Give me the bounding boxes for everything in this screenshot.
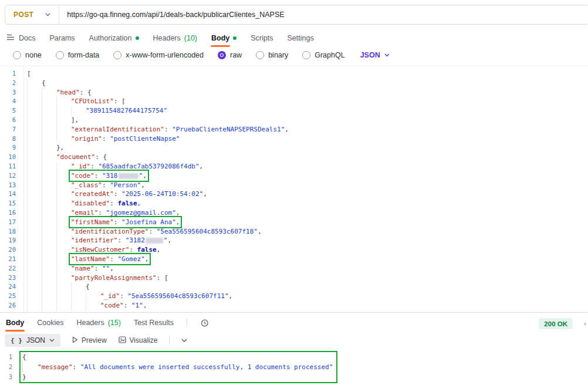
line-number: 11 (0, 162, 22, 171)
tab-label: Headers (76, 319, 104, 327)
code-line[interactable]: 18"identificationType": "5ea556595604c85… (0, 227, 588, 236)
token: "Gomez" (117, 255, 144, 263)
code-line[interactable]: 16"email": "jgomez@gmail.com", (0, 208, 588, 218)
code-line[interactable]: 2"message": "All documents were inserted… (0, 362, 588, 372)
indent-guide (27, 88, 42, 97)
code-line[interactable]: 14"createdAt": "2025-06-24T10:54:02", (0, 190, 588, 199)
token: : (164, 126, 172, 133)
code-line[interactable]: 22"name": "", (0, 264, 588, 273)
code-line[interactable]: 15"disabled": false, (0, 199, 588, 208)
line-content: { (22, 79, 46, 88)
radio-binary[interactable]: binary (256, 51, 288, 59)
line-content: "createdAt": "2025-06-24T10:54:02", (22, 190, 207, 199)
token: , (157, 246, 161, 254)
url-input[interactable]: https://go-qa.finneg.com/api/1/deals-bac… (59, 11, 284, 19)
indent-guide (42, 301, 56, 310)
code-line[interactable]: 11"_id": "685aadfac7ab53792086f4db", (0, 162, 588, 171)
line-number: 25 (0, 292, 22, 301)
radio-form-data[interactable]: form-data (56, 51, 100, 59)
token: , (145, 255, 149, 263)
code-line[interactable]: 3"head": { (0, 88, 588, 97)
code-line[interactable]: 26"code": "1", (0, 301, 588, 310)
history-icon[interactable] (200, 319, 209, 327)
response-body-viewer[interactable]: 1{2"message": "All documents were insert… (0, 349, 588, 392)
indent-guide (56, 273, 71, 283)
code-line[interactable]: 5"3891154827644175754" (0, 106, 588, 116)
response-tab-test-results[interactable]: Test Results (134, 319, 174, 327)
code-line[interactable]: 20"isNewCustomer": false, (0, 245, 588, 255)
tab-docs[interactable]: Docs (7, 34, 35, 42)
indent-guide (71, 282, 86, 292)
token: , (285, 126, 289, 133)
code-line[interactable]: 10"document": { (0, 153, 588, 162)
chevron-down-icon[interactable] (181, 339, 187, 342)
indent-guide (27, 79, 42, 88)
code-line[interactable]: 25"_id": "5ea556595604c8593c607f11", (0, 292, 588, 301)
code-line[interactable]: 12"code": "318", (0, 171, 588, 181)
token: "document" (56, 153, 95, 161)
tab-headers[interactable]: Headers (10) (153, 34, 197, 42)
code-line[interactable]: 4"CFUtoList": [ (0, 97, 588, 106)
radio-none[interactable]: none (13, 51, 42, 59)
line-number: 14 (0, 190, 22, 199)
code-line[interactable]: 2{ (0, 79, 588, 88)
radio-circle (256, 51, 264, 59)
code-line[interactable]: 24{ (0, 282, 588, 292)
visualize-button[interactable]: Visualize (119, 336, 158, 345)
line-number: 22 (0, 264, 22, 273)
response-tab-body[interactable]: Body (6, 319, 24, 327)
indent-guide (56, 134, 71, 144)
indent-guide (56, 190, 71, 199)
response-tab-cookies[interactable]: Cookies (37, 319, 63, 327)
tab-label: Scripts (251, 34, 273, 42)
radio-raw[interactable]: raw (218, 51, 242, 59)
code-line[interactable]: 8"origin": "postClienteNapse" (0, 134, 588, 144)
token: , (143, 172, 147, 180)
line-content: [ (22, 69, 31, 79)
preview-button[interactable]: Preview (72, 336, 107, 345)
token: : (110, 255, 117, 263)
token: { (22, 353, 26, 361)
tab-authorization[interactable]: Authorization (89, 34, 139, 42)
radio-graphql[interactable]: GraphQL (302, 51, 344, 59)
token: "5ea556595604c8593c607f18" (157, 228, 258, 235)
code-line[interactable]: 1[ (0, 69, 588, 79)
line-number: 18 (0, 227, 22, 236)
code-line[interactable]: 7"externalIdentification": "PruebaClient… (0, 125, 588, 134)
indent-guide (56, 162, 71, 171)
code-line[interactable]: 19"identifier": "3182", (0, 236, 588, 245)
radio-x-www-form-urlencoded[interactable]: x-www-form-urlencoded (113, 51, 204, 59)
indent-guide (56, 208, 71, 218)
indent-guide (86, 301, 100, 310)
tab-scripts[interactable]: Scripts (251, 34, 273, 42)
line-content: }, (22, 143, 64, 153)
braces-icon: { } (11, 337, 22, 344)
radio-circle (302, 51, 310, 59)
indent-guide (42, 116, 56, 125)
language-select[interactable]: JSON (360, 51, 390, 59)
method-select[interactable]: POST (5, 5, 59, 24)
visualize-icon (119, 336, 126, 345)
token: "" (102, 265, 110, 272)
code-line[interactable]: 6], (0, 116, 588, 125)
code-line[interactable]: 17"firstName": "Josefina Ana", (0, 218, 588, 227)
tab-params[interactable]: Params (49, 34, 75, 42)
tab-body[interactable]: Body (211, 34, 236, 42)
indent-guide (42, 282, 56, 292)
code-line[interactable]: 21"lastName": "Gomez", (0, 255, 588, 264)
response-format-select[interactable]: { } JSON (5, 334, 60, 347)
line-content: ], (22, 116, 79, 125)
indent-guide (42, 245, 56, 255)
code-line[interactable]: 23"partyRoleAssignments": [ (0, 273, 588, 283)
token: : (129, 246, 137, 254)
response-tab-headers[interactable]: Headers (15) (76, 319, 120, 327)
token: "5ea556595604c8593c607f11" (127, 292, 228, 300)
line-content: "identifier": "3182", (22, 236, 171, 245)
tab-settings[interactable]: Settings (287, 34, 313, 42)
code-line[interactable]: 9}, (0, 143, 588, 153)
request-body-editor[interactable]: 1[2{3"head": {4"CFUtoList": [5"389115482… (0, 66, 588, 312)
code-line[interactable]: 3} (0, 372, 588, 382)
chevron-down-icon (384, 53, 390, 57)
code-line[interactable]: 1{ (0, 352, 588, 362)
code-line[interactable]: 13"_class": "Person", (0, 181, 588, 190)
